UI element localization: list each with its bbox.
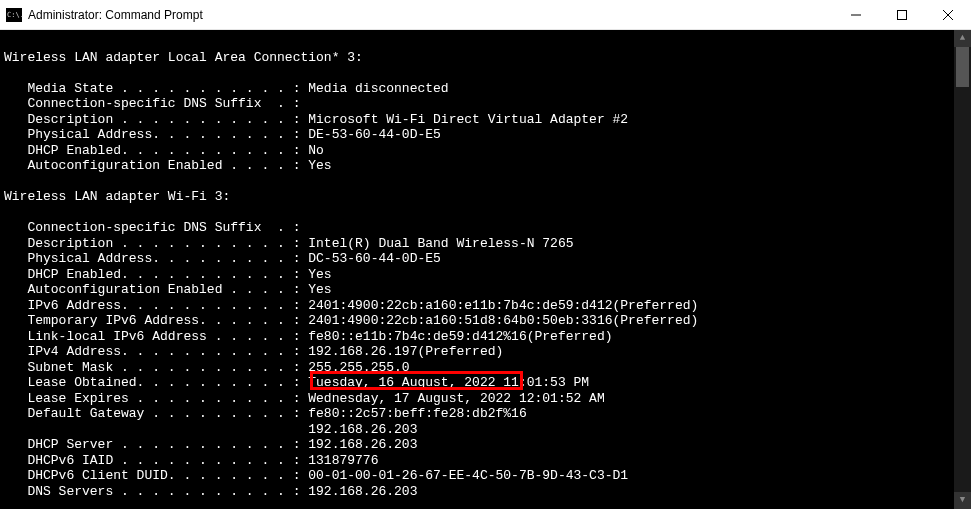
- window-title: Administrator: Command Prompt: [28, 8, 203, 22]
- close-button[interactable]: [925, 0, 971, 30]
- titlebar: C:\. Administrator: Command Prompt: [0, 0, 971, 30]
- window-controls: [833, 0, 971, 29]
- scrollbar-thumb[interactable]: [956, 47, 969, 87]
- cmd-icon: C:\.: [6, 8, 22, 22]
- console-area[interactable]: Wireless LAN adapter Local Area Connecti…: [0, 30, 971, 509]
- scroll-down-button[interactable]: ▼: [954, 492, 971, 509]
- scroll-up-button[interactable]: ▲: [954, 30, 971, 47]
- titlebar-left: C:\. Administrator: Command Prompt: [0, 8, 203, 22]
- console-output: Wireless LAN adapter Local Area Connecti…: [0, 30, 971, 499]
- minimize-button[interactable]: [833, 0, 879, 30]
- maximize-button[interactable]: [879, 0, 925, 30]
- vertical-scrollbar[interactable]: ▲ ▼: [954, 30, 971, 509]
- svg-rect-1: [898, 11, 907, 20]
